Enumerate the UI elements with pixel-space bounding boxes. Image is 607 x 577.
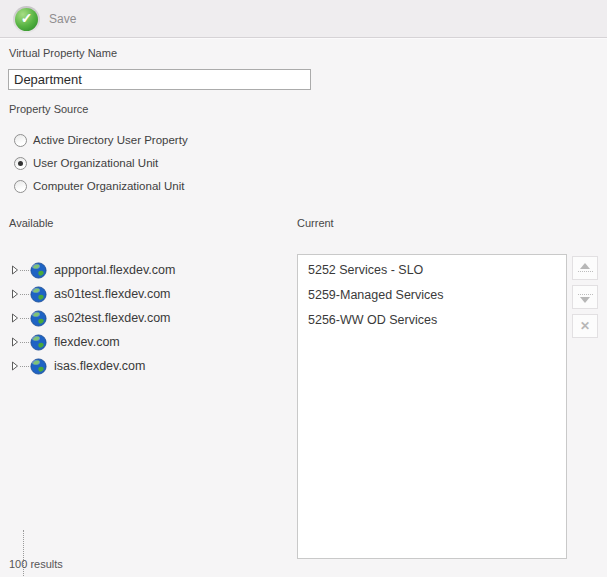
tree-item[interactable]: as02test.flexdev.com bbox=[8, 306, 290, 330]
remove-button[interactable]: ✕ bbox=[572, 314, 598, 338]
save-button-label: Save bbox=[49, 12, 76, 26]
radio-circle-icon[interactable] bbox=[14, 157, 27, 170]
available-tree: appportal.flexdev.com as01test.flexdev.c… bbox=[8, 258, 290, 378]
globe-icon bbox=[30, 310, 47, 327]
radio-computer-organizational-unit[interactable]: Computer Organizational Unit bbox=[14, 179, 185, 193]
expand-arrow-icon[interactable] bbox=[11, 265, 19, 275]
globe-icon bbox=[30, 334, 47, 351]
tree-item[interactable]: isas.flexdev.com bbox=[8, 354, 290, 378]
tree-connector bbox=[20, 294, 29, 295]
save-icon: ✓ bbox=[13, 6, 40, 33]
toolbar: ✓ Save bbox=[0, 0, 607, 38]
tree-item[interactable]: flexdev.com bbox=[8, 330, 290, 354]
list-item[interactable]: 5252 Services - SLO bbox=[298, 258, 566, 283]
radio-user-organizational-unit[interactable]: User Organizational Unit bbox=[14, 156, 158, 170]
list-item[interactable]: 5256-WW OD Services bbox=[298, 308, 566, 333]
virtual-property-editor: ✓ Save Virtual Property Name Property So… bbox=[0, 0, 607, 577]
arrow-up-icon bbox=[580, 263, 590, 269]
radio-circle-icon[interactable] bbox=[14, 180, 27, 193]
tree-connector bbox=[20, 342, 29, 343]
results-count: 100 results bbox=[9, 558, 63, 570]
list-item[interactable]: 5259-Managed Services bbox=[298, 283, 566, 308]
tree-connector bbox=[20, 270, 29, 271]
radio-circle-icon[interactable] bbox=[14, 134, 27, 147]
current-listbox: 5252 Services - SLO 5259-Managed Service… bbox=[297, 254, 567, 559]
expand-arrow-icon[interactable] bbox=[11, 289, 19, 299]
remove-x-icon: ✕ bbox=[580, 320, 590, 332]
tree-item-label: appportal.flexdev.com bbox=[54, 263, 175, 277]
expand-arrow-icon[interactable] bbox=[11, 361, 19, 371]
property-source-label: Property Source bbox=[9, 103, 88, 115]
available-label: Available bbox=[9, 217, 53, 229]
arrow-up-dots bbox=[578, 271, 593, 272]
tree-item-label: as02test.flexdev.com bbox=[54, 311, 171, 325]
tree-connector bbox=[20, 366, 29, 367]
move-down-button[interactable] bbox=[572, 285, 598, 309]
arrow-down-dots bbox=[578, 294, 593, 295]
tree-item-label: flexdev.com bbox=[54, 335, 120, 349]
expand-arrow-icon[interactable] bbox=[11, 337, 19, 347]
expand-arrow-icon[interactable] bbox=[11, 313, 19, 323]
globe-icon bbox=[30, 358, 47, 375]
move-up-button[interactable] bbox=[572, 256, 598, 280]
tree-item[interactable]: appportal.flexdev.com bbox=[8, 258, 290, 282]
current-label: Current bbox=[297, 217, 334, 229]
tree-item-label: isas.flexdev.com bbox=[54, 359, 145, 373]
tree-item[interactable]: as01test.flexdev.com bbox=[8, 282, 290, 306]
globe-icon bbox=[30, 262, 47, 279]
virtual-property-name-input[interactable] bbox=[8, 69, 311, 90]
radio-active-directory-user-property[interactable]: Active Directory User Property bbox=[14, 133, 188, 147]
virtual-property-name-label: Virtual Property Name bbox=[9, 47, 117, 59]
tree-connector bbox=[20, 318, 29, 319]
globe-icon bbox=[30, 286, 47, 303]
arrow-down-icon bbox=[580, 297, 590, 303]
save-button[interactable]: ✓ Save bbox=[13, 5, 76, 33]
tree-item-label: as01test.flexdev.com bbox=[54, 287, 171, 301]
